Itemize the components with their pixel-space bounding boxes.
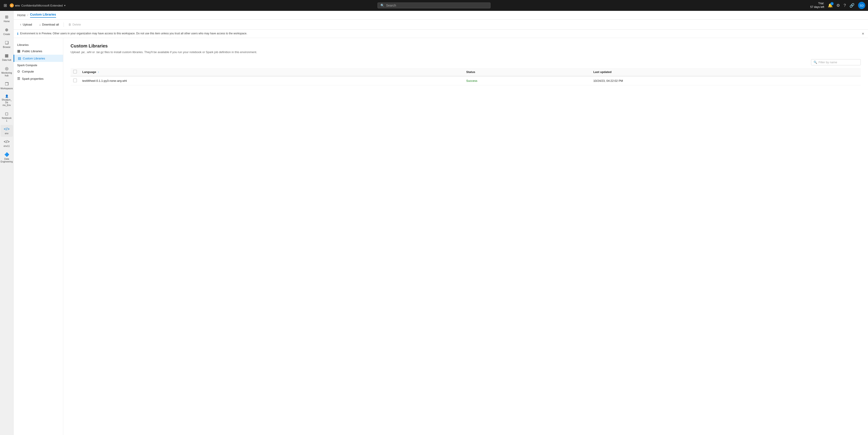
table-row: testWheel-0.1.1-py3-none-any.whl Success… bbox=[70, 76, 861, 86]
row-last-updated: 10/24/23, 04:22:02 PM bbox=[591, 76, 861, 86]
upload-label: Upload bbox=[23, 23, 32, 26]
sidebar-item-env-label: env bbox=[5, 132, 8, 135]
sidebar-item-data-hub[interactable]: ▦ Data hub bbox=[1, 51, 13, 63]
compute-icon: ⊙ bbox=[17, 69, 20, 73]
search-box: 🔍 bbox=[377, 2, 491, 8]
sidebar-item-home[interactable]: ⊞ Home bbox=[1, 13, 13, 25]
workspaces-icon: ❒ bbox=[5, 82, 8, 87]
breadcrumb-current: Custom Libraries bbox=[30, 13, 56, 18]
libraries-table: Language ↑ Status Last updated testWheel… bbox=[70, 68, 861, 86]
table-header: Language ↑ Status Last updated bbox=[70, 68, 861, 76]
sidebar-spark-properties[interactable]: ☰ Spark properties bbox=[13, 75, 63, 82]
toolbar: ↑ Upload ↓ Download all 🗑 Delete bbox=[13, 20, 868, 30]
download-label: Download all bbox=[42, 23, 59, 26]
public-libraries-icon: ▦ bbox=[17, 49, 20, 53]
download-all-button[interactable]: ↓ Download all bbox=[37, 22, 62, 28]
main-panel: Custom Libraries Upload .jar, .whl or .t… bbox=[63, 38, 868, 435]
table-header-row: 🔍 bbox=[70, 59, 861, 65]
data-hub-icon: ▦ bbox=[5, 53, 8, 58]
sidebar-item-workspaces-label: Workspaces bbox=[0, 87, 13, 90]
sidebar-item-notebook1[interactable]: ◻ Notebook 1 bbox=[1, 110, 13, 124]
main-layout: ⊞ Home ⊕ Create ❑ Browse ▦ Data hub ◎ Mo… bbox=[0, 11, 868, 435]
page-title: Custom Libraries bbox=[70, 43, 861, 49]
sidebar-item-demo-env-label: Shuaijun_ De mo_Env bbox=[2, 98, 11, 107]
sidebar-item-browse-label: Browse bbox=[3, 46, 10, 49]
workspace-name: Confidential\Microsoft Extended bbox=[21, 4, 63, 7]
sidebar-custom-libraries-label: Custom Libraries bbox=[23, 57, 45, 60]
sidebar-item-workspaces[interactable]: ❒ Workspaces bbox=[1, 80, 13, 92]
data-engineering-icon: 🔷 bbox=[4, 152, 9, 157]
status-badge: Success bbox=[466, 79, 477, 83]
sidebar-spark-properties-label: Spark properties bbox=[22, 77, 43, 81]
breadcrumb-home[interactable]: Home bbox=[17, 13, 26, 17]
sidebar-public-libraries[interactable]: ▦ Public Libraries bbox=[13, 48, 63, 55]
row-checkbox-cell bbox=[70, 76, 80, 86]
topbar-left: ⊞ e env Confidential\Microsoft Extended … bbox=[3, 2, 70, 9]
sidebar-item-data-hub-label: Data hub bbox=[2, 59, 11, 61]
delete-button[interactable]: 🗑 Delete bbox=[66, 22, 84, 28]
notebook-icon: ◻ bbox=[5, 111, 8, 116]
sidebar-item-create-label: Create bbox=[3, 33, 10, 36]
table-body: testWheel-0.1.1-py3-none-any.whl Success… bbox=[70, 76, 861, 86]
sidebar-item-monitoring-hub[interactable]: ◎ Monitoring hub bbox=[1, 64, 13, 79]
sidebar-compute-label: Compute bbox=[22, 70, 34, 73]
info-banner: ℹ Environment is in Preview. Other users… bbox=[13, 30, 868, 38]
banner-text: Environment is in Preview. Other users i… bbox=[20, 32, 247, 35]
create-icon: ⊕ bbox=[5, 27, 8, 32]
sidebar-item-env11[interactable]: </> env11 bbox=[1, 137, 13, 149]
left-nav: ⊞ Home ⊕ Create ❑ Browse ▦ Data hub ◎ Mo… bbox=[0, 11, 13, 435]
workspace-chevron-icon[interactable]: ▾ bbox=[64, 4, 66, 7]
sidebar-custom-libraries[interactable]: ▤ Custom Libraries bbox=[13, 55, 63, 62]
breadcrumb-separator: / bbox=[27, 13, 28, 17]
sidebar-item-create[interactable]: ⊕ Create bbox=[1, 26, 13, 37]
search-input[interactable] bbox=[386, 4, 488, 7]
upload-button[interactable]: ↑ Upload bbox=[17, 22, 35, 28]
sidebar-public-libraries-label: Public Libraries bbox=[22, 50, 42, 53]
sidebar-compute[interactable]: ⊙ Compute bbox=[13, 68, 63, 75]
help-button[interactable]: ? bbox=[844, 3, 846, 8]
sidebar-item-monitoring-label: Monitoring hub bbox=[1, 72, 12, 77]
sidebar-item-env11-label: env11 bbox=[4, 145, 10, 148]
notification-count: 1 bbox=[831, 2, 834, 5]
sidebar: Libraries ▦ Public Libraries ▤ Custom Li… bbox=[13, 38, 63, 435]
sidebar-item-data-engineering[interactable]: 🔷 Data Engineering bbox=[1, 150, 13, 165]
apps-icon[interactable]: ⊞ bbox=[3, 2, 8, 9]
header-status: Status bbox=[464, 68, 591, 76]
sidebar-item-browse[interactable]: ❑ Browse bbox=[1, 38, 13, 51]
libraries-section-label: Libraries bbox=[13, 41, 63, 48]
banner-close-button[interactable]: ✕ bbox=[862, 32, 864, 35]
header-checkbox-cell bbox=[70, 68, 80, 76]
row-checkbox[interactable] bbox=[73, 79, 77, 82]
spark-properties-icon: ☰ bbox=[17, 76, 20, 81]
avatar[interactable]: SD bbox=[858, 2, 865, 9]
filter-search-icon: 🔍 bbox=[813, 61, 817, 64]
sidebar-item-env[interactable]: </> env bbox=[1, 125, 13, 137]
download-icon: ↓ bbox=[39, 23, 41, 26]
notifications-button[interactable]: 🔔 1 bbox=[828, 3, 833, 8]
sidebar-item-data-engineering-label: Data Engineering bbox=[1, 158, 13, 163]
banner-info-icon: ℹ bbox=[17, 32, 18, 35]
env-icon: e bbox=[10, 3, 14, 7]
home-icon: ⊞ bbox=[5, 14, 8, 20]
delete-label: Delete bbox=[72, 23, 81, 26]
sidebar-item-home-label: Home bbox=[4, 20, 10, 23]
select-all-checkbox[interactable] bbox=[73, 70, 77, 73]
spark-compute-section-label: Spark Compute bbox=[13, 62, 63, 68]
sidebar-item-demo-env[interactable]: 👤 Shuaijun_ De mo_Env bbox=[1, 93, 13, 108]
topbar-right: Trial: 57 days left 🔔 1 ⚙ ? 🔗 SD bbox=[798, 2, 865, 9]
page-description: Upload .jar, .whl or .tar.gz files to in… bbox=[70, 51, 861, 54]
content-area: Home / Custom Libraries ↑ Upload ↓ Downl… bbox=[13, 11, 868, 435]
search-icon: 🔍 bbox=[380, 4, 384, 7]
browse-icon: ❑ bbox=[5, 40, 8, 45]
env-nav-icon: </> bbox=[4, 127, 9, 131]
custom-libraries-icon: ▤ bbox=[18, 56, 21, 60]
topbar-search: 🔍 bbox=[73, 2, 795, 8]
header-language[interactable]: Language ↑ bbox=[80, 68, 464, 76]
monitoring-icon: ◎ bbox=[5, 66, 8, 71]
topbar: ⊞ e env Confidential\Microsoft Extended … bbox=[0, 0, 868, 11]
topbar-env: e env Confidential\Microsoft Extended ▾ bbox=[10, 3, 66, 7]
share-button[interactable]: 🔗 bbox=[849, 3, 855, 8]
settings-button[interactable]: ⚙ bbox=[836, 3, 840, 8]
sidebar-item-notebook1-label: Notebook 1 bbox=[2, 117, 11, 122]
filter-input[interactable] bbox=[818, 61, 858, 64]
